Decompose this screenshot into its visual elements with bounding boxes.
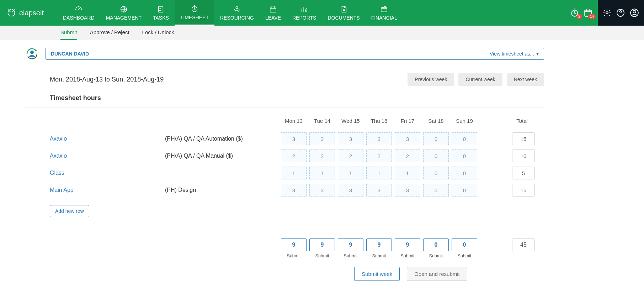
view-as-dropdown[interactable]: View timesheet as... ▾ [490,51,539,57]
day-total[interactable]: 0 [452,239,477,251]
hours-cell[interactable]: 1 [338,167,363,179]
day-total[interactable]: 9 [281,239,307,251]
previous-week-button[interactable]: Previous week [408,73,454,86]
svg-point-16 [30,51,34,54]
stopwatch-icon [190,5,199,13]
nav-dashboard[interactable]: DASHBOARD [57,0,100,26]
current-week-button[interactable]: Current week [458,73,502,86]
hours-cell[interactable]: 3 [281,132,307,145]
svg-rect-3 [159,6,163,12]
hours-cell[interactable]: 1 [366,167,392,179]
hours-cell[interactable]: 0 [423,167,449,179]
hours-cell[interactable]: 3 [309,132,335,145]
hours-cell[interactable]: 0 [423,132,449,145]
settings-icon[interactable] [603,9,611,17]
project-link[interactable]: Glass [50,170,164,176]
day-total[interactable]: 0 [423,239,449,251]
globe-icon [119,5,128,14]
nav-label: MANAGEMENT [106,15,142,21]
project-link[interactable]: Axaxio [50,136,164,142]
subnav-lock[interactable]: Lock / Unlock [142,26,174,40]
hours-cell[interactable]: 3 [281,184,307,196]
timer-notifications[interactable]: 2 [570,8,579,17]
hours-cell[interactable]: 0 [452,184,477,196]
hours-cell[interactable]: 0 [423,150,449,162]
day-submit-link[interactable]: Submit [451,253,478,258]
day-submit-link[interactable]: Submit [309,253,336,258]
nav-leave[interactable]: LEAVE [260,0,287,26]
document-icon [339,5,348,14]
hours-cell[interactable]: 2 [366,150,392,162]
nav-label: FINANCIAL [371,15,397,21]
hours-cell[interactable]: 0 [423,184,449,196]
hours-cell[interactable]: 0 [452,167,477,179]
hours-cell[interactable]: 0 [452,132,477,145]
nav-timesheet[interactable]: TIMESHEET [175,0,214,26]
hours-cell[interactable]: 1 [281,167,307,179]
nav-documents[interactable]: DOCUMENTS [322,0,365,26]
row-total: 5 [512,167,535,179]
day-total[interactable]: 9 [338,239,363,251]
hours-cell[interactable]: 3 [338,132,363,145]
section-title: Timesheet hours [25,94,544,108]
project-link[interactable]: Axaxio [50,153,164,159]
user-refresh-icon[interactable] [25,47,39,61]
hours-cell[interactable]: 2 [395,150,420,162]
hours-cell[interactable]: 2 [338,150,363,162]
week-nav-buttons: Previous week Current week Next week [408,73,544,86]
hours-cell[interactable]: 2 [281,150,307,162]
row-total: 10 [512,150,535,162]
nav-reports[interactable]: REPORTS [287,0,322,26]
calendar-notifications[interactable]: 14 [584,8,593,17]
nav-label: DASHBOARD [63,15,95,21]
day-header: Thu 16 [366,116,393,130]
hours-cell[interactable]: 3 [338,184,363,196]
nav-financial[interactable]: FINANCIAL [366,0,403,26]
day-submit-link[interactable]: Submit [280,253,307,258]
day-submit-link[interactable]: Submit [394,253,421,258]
nav-label: REPORTS [292,15,316,21]
day-submit-link[interactable]: Submit [366,253,393,258]
add-row-button[interactable]: Add new row [50,205,89,217]
help-icon[interactable] [616,9,625,17]
subnav-submit[interactable]: Submit [60,26,77,40]
svg-point-13 [633,10,636,13]
day-header: Mon 13 [280,116,307,130]
day-submit-link[interactable]: Submit [337,253,364,258]
hours-cell[interactable]: 1 [309,167,335,179]
user-select-box[interactable]: DUNCAN DAVID View timesheet as... ▾ [46,48,544,60]
open-resubmit-button[interactable]: Open and resubmit [407,267,467,281]
nav-tasks[interactable]: TASKS [147,0,175,26]
task-text: (PH/A) QA / QA Manual ($) [165,153,279,159]
topbar-right: 2 14 [565,0,644,26]
next-week-button[interactable]: Next week [507,73,544,86]
day-header: Tue 14 [309,116,336,130]
hours-cell[interactable]: 3 [309,184,335,196]
nav-label: LEAVE [265,15,281,21]
wallet-icon [379,5,389,14]
timesheet-grid: Mon 13 Tue 14 Wed 15 Thu 16 Fri 17 Sat 1… [50,116,544,199]
hours-cell[interactable]: 1 [395,167,420,179]
day-header: Sun 19 [451,116,478,130]
day-total[interactable]: 9 [395,239,420,251]
hours-cell[interactable]: 0 [452,150,477,162]
project-link[interactable]: Main App [50,187,164,193]
day-total[interactable]: 9 [366,239,392,251]
row-total: 15 [512,132,535,145]
hours-cell[interactable]: 3 [395,184,420,196]
hours-cell[interactable]: 3 [366,132,392,145]
day-submit-link[interactable]: Submit [422,253,449,258]
hours-cell[interactable]: 2 [309,150,335,162]
topbar: elapseit DASHBOARD MANAGEMENT TASKS TIME… [0,0,644,26]
checklist-icon [156,5,165,14]
submit-week-button[interactable]: Submit week [354,267,400,281]
hours-cell[interactable]: 3 [395,132,420,145]
nav-resourcing[interactable]: RESOURCING [214,0,260,26]
nav-management[interactable]: MANAGEMENT [100,0,147,26]
hours-cell[interactable]: 3 [366,184,392,196]
profile-icon[interactable] [630,8,639,17]
brand-logo[interactable]: elapseit [0,8,50,18]
day-total[interactable]: 9 [309,239,335,251]
subnav-approve[interactable]: Approve / Reject [90,26,129,40]
task-text: (PH) Design [165,187,279,193]
